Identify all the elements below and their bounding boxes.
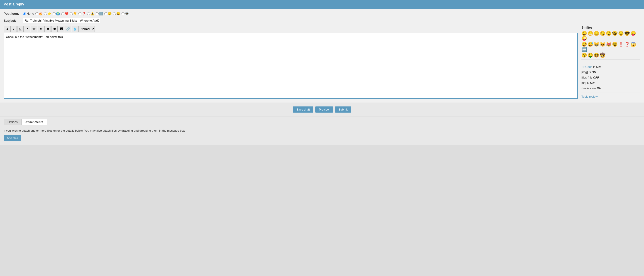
special-button[interactable]: ✱ — [51, 26, 58, 32]
code-button[interactable]: </> — [31, 26, 37, 32]
icon-none[interactable]: None — [23, 12, 34, 16]
smilies-section: Smilies 😀 😁 😐 😏 😮 🤓 😌 😎 😛 😜 😆 😅 — [582, 26, 640, 57]
icon-radio-globe[interactable] — [52, 12, 56, 15]
editor-left: B I U ❝ </> ≡ ≣ ✱ 🖼 🔗 💧 Tiny Small Norma… — [4, 26, 578, 99]
smiley-22[interactable]: 🤑 — [588, 53, 593, 57]
icon-alien[interactable]: 👽 — [122, 12, 129, 16]
icon-radio-star[interactable] — [44, 12, 47, 15]
icon-radio-smile[interactable] — [104, 12, 107, 15]
img-status-line: [img] is ON — [582, 70, 640, 75]
quote-button[interactable]: ❝ — [24, 26, 30, 32]
smiley-11[interactable]: 😆 — [582, 42, 587, 47]
bbcode-status-line: BBCode is ON — [582, 64, 640, 70]
icon-radio-warning[interactable] — [87, 12, 90, 15]
preview-button[interactable]: Preview — [315, 106, 333, 113]
bold-button[interactable]: B — [4, 26, 10, 32]
smiley-21[interactable]: 😙 — [582, 53, 587, 57]
smiley-5[interactable]: 😮 — [606, 31, 612, 36]
smiley-12[interactable]: 😅 — [588, 42, 593, 47]
smiley-14[interactable]: 😺 — [600, 42, 606, 47]
submit-button[interactable]: Submit — [335, 106, 351, 113]
smiley-7[interactable]: 😌 — [618, 31, 624, 36]
smiley-20[interactable]: ➡️ — [582, 47, 587, 52]
underline-button[interactable]: U — [17, 26, 24, 32]
smiley-2[interactable]: 😁 — [588, 31, 593, 36]
subject-input[interactable] — [23, 18, 100, 23]
list-ol-button[interactable]: ≣ — [44, 26, 51, 32]
icon-none-label: None — [26, 12, 34, 16]
link-button[interactable]: 🔗 — [65, 26, 71, 32]
smilies-title: Smilies — [582, 26, 640, 29]
icon-globe[interactable]: 🌍 — [52, 12, 60, 16]
main-form: Post icon: None 🔥 ⭐ 🌍 ❤️ — [0, 9, 644, 103]
smiley-6[interactable]: 🤓 — [612, 31, 618, 36]
add-files-button[interactable]: Add files — [4, 135, 21, 141]
smiley-4[interactable]: 😏 — [600, 31, 606, 36]
smiley-15[interactable]: 😻 — [606, 42, 612, 47]
font-size-select[interactable]: Tiny Small Normal Large Huge — [78, 26, 95, 32]
list-ul-button[interactable]: ≡ — [38, 26, 44, 32]
smiley-3[interactable]: 😐 — [594, 31, 599, 36]
bbcode-link[interactable]: BBCode — [582, 65, 592, 69]
smile-icon: 🙂 — [108, 12, 112, 16]
subject-label: Subject: — [4, 19, 22, 23]
icon-face[interactable]: 😀 — [113, 12, 120, 16]
icon-options: None 🔥 ⭐ 🌍 ❤️ ☀️ — [23, 12, 129, 16]
icon-radio-sun[interactable] — [70, 12, 73, 15]
tab-content-attachments: If you wish to attach one or more files … — [4, 125, 640, 145]
smiley-19[interactable]: 😱 — [630, 42, 636, 47]
smiley-23[interactable]: 🤓 — [594, 53, 599, 57]
separator-1 — [582, 59, 640, 60]
smiley-16[interactable]: 😵 — [612, 42, 618, 47]
topic-review-link[interactable]: Topic review — [582, 95, 598, 98]
smiley-10[interactable]: 😜 — [582, 36, 587, 41]
smilies-on-status: ON — [597, 87, 601, 90]
fire-icon: 🔥 — [39, 12, 43, 16]
bbcode-is: is — [593, 65, 596, 69]
smilies-status-line: Smilies are ON — [582, 86, 640, 91]
icon-sun[interactable]: ☀️ — [70, 12, 77, 16]
globe-icon: 🌍 — [56, 12, 60, 16]
icon-fire[interactable]: 🔥 — [35, 12, 43, 16]
icon-radio-fire[interactable] — [35, 12, 38, 15]
icon-question[interactable]: ❓ — [78, 12, 86, 16]
star-icon: ⭐ — [48, 12, 51, 16]
image-button[interactable]: 🖼 — [58, 26, 64, 32]
color-button[interactable]: 💧 — [72, 26, 78, 32]
img-is: is — [589, 70, 592, 74]
icon-heart[interactable]: ❤️ — [61, 12, 68, 16]
post-icon-label: Post icon: — [4, 12, 22, 16]
separator-2 — [582, 93, 640, 93]
smiley-18[interactable]: ❓ — [624, 42, 630, 47]
icon-warning[interactable]: ⚠️ — [87, 12, 94, 16]
smiley-8[interactable]: 😎 — [624, 31, 630, 36]
editor-right: Smilies 😀 😁 😐 😏 😮 🤓 😌 😎 😛 😜 😆 😅 — [582, 26, 640, 98]
italic-button[interactable]: I — [10, 26, 17, 32]
tabs-section: Options Attachments If you wish to attac… — [0, 116, 644, 145]
smilies-row3: 😙 🤑 🤓 🤠 — [582, 53, 640, 57]
smiley-13[interactable]: 😸 — [594, 42, 599, 47]
url-is: is — [587, 81, 590, 84]
question-icon: ❓ — [82, 12, 86, 16]
smiley-24[interactable]: 🤠 — [600, 53, 606, 57]
icon-smile[interactable]: 🙂 — [104, 12, 112, 16]
icon-star[interactable]: ⭐ — [44, 12, 51, 16]
smiley-17[interactable]: ❗ — [618, 42, 624, 47]
tab-options-label: Options — [8, 120, 18, 124]
icon-radio-none[interactable] — [23, 12, 26, 15]
smiley-9[interactable]: 😛 — [630, 31, 636, 36]
action-buttons-row: Save draft Preview Submit — [0, 103, 644, 116]
subject-row: Subject: — [4, 18, 640, 23]
icon-radio-question[interactable] — [78, 12, 82, 15]
icon-radio-info[interactable] — [96, 12, 99, 15]
icon-radio-face[interactable] — [113, 12, 116, 15]
icon-radio-heart[interactable] — [61, 12, 64, 15]
icon-radio-alien[interactable] — [122, 12, 124, 15]
tab-options[interactable]: Options — [4, 119, 22, 125]
save-draft-button[interactable]: Save draft — [293, 106, 314, 113]
info-icon: ℹ️ — [99, 12, 103, 16]
message-textarea[interactable]: Check out the "Attachments" Tab below th… — [4, 33, 578, 99]
smiley-1[interactable]: 😀 — [582, 31, 587, 36]
tab-attachments[interactable]: Attachments — [22, 119, 47, 125]
icon-info[interactable]: ℹ️ — [96, 12, 103, 16]
